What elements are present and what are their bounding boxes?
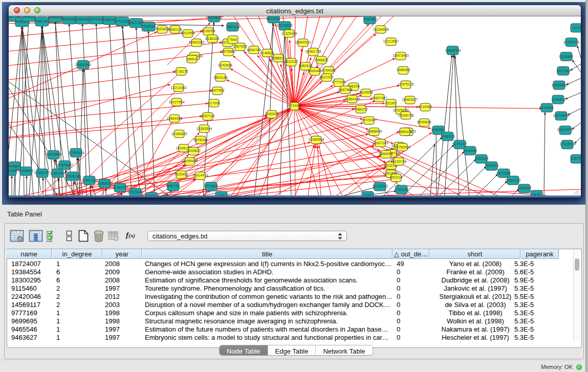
svg-text:1530027: 1530027 (265, 112, 278, 116)
svg-text:12505135: 12505135 (64, 174, 80, 178)
svg-text:9245652: 9245652 (517, 186, 531, 190)
svg-text:3875685: 3875685 (221, 50, 235, 53)
svg-text:2367608: 2367608 (233, 45, 247, 48)
svg-text:14099489: 14099489 (182, 159, 198, 163)
svg-text:8267115: 8267115 (201, 114, 215, 118)
svg-text:62160: 62160 (386, 101, 396, 105)
svg-text:7515526: 7515526 (141, 25, 155, 28)
svg-text:939159: 939159 (9, 169, 17, 172)
svg-text:7857224: 7857224 (226, 25, 239, 29)
svg-text:1621022: 1621022 (319, 75, 333, 79)
svg-text:16033809: 16033809 (206, 16, 222, 19)
svg-text:9884067: 9884067 (379, 152, 393, 156)
svg-text:18640910: 18640910 (295, 40, 311, 44)
svg-text:12093832: 12093832 (551, 83, 567, 87)
svg-text:7485063: 7485063 (396, 68, 410, 72)
svg-text:1904155: 1904155 (21, 16, 35, 18)
svg-text:16961758: 16961758 (305, 50, 321, 53)
svg-text:10923: 10923 (146, 194, 157, 195)
svg-text:98901: 98901 (187, 57, 197, 61)
svg-text:8186328: 8186328 (205, 37, 219, 40)
svg-text:7955812: 7955812 (314, 58, 328, 62)
svg-text:11176: 11176 (572, 26, 581, 30)
svg-text:19654985: 19654985 (166, 117, 182, 120)
svg-text:2087682: 2087682 (363, 17, 377, 21)
svg-text:16914479: 16914479 (192, 173, 208, 177)
svg-text:1244415: 1244415 (551, 98, 565, 101)
svg-text:18463627: 18463627 (402, 98, 418, 101)
svg-text:7763: 7763 (363, 193, 372, 195)
svg-text:10653287: 10653287 (74, 17, 90, 21)
svg-text:8215958: 8215958 (539, 106, 553, 110)
svg-text:18107554: 18107554 (168, 100, 184, 104)
svg-text:18907249: 18907249 (372, 141, 388, 145)
svg-text:20691406: 20691406 (34, 19, 50, 23)
svg-text:11451947: 11451947 (50, 171, 66, 175)
svg-text:19218506: 19218506 (276, 24, 292, 27)
svg-text:8099695: 8099695 (417, 120, 431, 124)
svg-text:5578334: 5578334 (193, 138, 207, 142)
svg-text:9146821: 9146821 (260, 51, 274, 55)
svg-text:8958905: 8958905 (48, 16, 62, 19)
svg-text:10607487: 10607487 (371, 96, 387, 100)
svg-text:15692971: 15692971 (557, 128, 573, 132)
svg-text:1362615: 1362615 (298, 64, 312, 68)
svg-text:1965423: 1965423 (398, 130, 411, 134)
svg-text:10958107: 10958107 (97, 182, 113, 185)
svg-text:3427552: 3427552 (210, 89, 224, 92)
svg-text:15751074: 15751074 (563, 40, 579, 44)
svg-text:8660124: 8660124 (168, 28, 182, 31)
svg-text:252214: 252214 (390, 176, 402, 179)
svg-text:2933114: 2933114 (475, 157, 489, 160)
svg-text:1588520: 1588520 (271, 56, 285, 60)
svg-text:1733426: 1733426 (394, 188, 408, 191)
svg-text:18120746: 18120746 (390, 160, 406, 163)
svg-text:317006: 317006 (208, 101, 220, 105)
svg-text:12213383: 12213383 (170, 86, 186, 90)
svg-text:9115460: 9115460 (419, 105, 432, 108)
svg-text:124: 124 (219, 193, 225, 195)
svg-text:10688609: 10688609 (366, 129, 382, 133)
svg-text:11923446: 11923446 (127, 190, 143, 194)
svg-text:16210643: 16210643 (553, 114, 569, 117)
svg-text:1527602: 1527602 (89, 17, 103, 21)
svg-text:9857791: 9857791 (166, 184, 180, 188)
svg-text:18724007: 18724007 (286, 104, 302, 107)
svg-text:10973493: 10973493 (393, 54, 408, 57)
svg-text:1640954: 1640954 (431, 128, 445, 132)
svg-text:9474444: 9474444 (463, 149, 476, 152)
svg-text:10975887: 10975887 (57, 163, 73, 167)
svg-text:12975125: 12975125 (398, 82, 413, 86)
svg-text:13495758: 13495758 (398, 114, 413, 117)
svg-text:8990448: 8990448 (308, 69, 321, 73)
svg-text:8813054: 8813054 (266, 17, 280, 20)
svg-text:3624554: 3624554 (359, 91, 373, 94)
svg-text:8454749: 8454749 (247, 48, 260, 52)
svg-text:2803144: 2803144 (213, 76, 227, 79)
svg-text:9329966: 9329966 (559, 55, 573, 58)
svg-text:10654122: 10654122 (505, 179, 520, 182)
svg-text:9474: 9474 (532, 193, 540, 195)
svg-text:7663822: 7663822 (155, 27, 169, 31)
svg-text:16543382: 16543382 (188, 40, 204, 44)
svg-text:1571644: 1571644 (204, 184, 217, 188)
svg-text:9227342: 9227342 (556, 69, 570, 73)
svg-text:3493822: 3493822 (186, 149, 200, 152)
svg-text:126753: 126753 (571, 157, 581, 160)
svg-text:7625402: 7625402 (174, 172, 188, 176)
svg-text:12213967: 12213967 (383, 39, 399, 43)
svg-text:17957225: 17957225 (81, 179, 97, 182)
svg-text:16782759: 16782759 (112, 186, 128, 189)
svg-text:17359924: 17359924 (68, 151, 84, 155)
svg-text:9794028: 9794028 (321, 69, 335, 72)
svg-text:6822037: 6822037 (284, 60, 298, 63)
svg-text:16648784: 16648784 (445, 49, 461, 52)
svg-text:8938923: 8938923 (441, 135, 454, 138)
svg-text:6497568: 6497568 (338, 88, 352, 92)
svg-text:7986372: 7986372 (354, 107, 367, 111)
svg-text:12342737: 12342737 (34, 171, 50, 174)
svg-text:19756928: 19756928 (394, 145, 410, 149)
svg-text:9777169: 9777169 (332, 80, 345, 84)
svg-text:17016504: 17016504 (559, 142, 575, 146)
svg-text:7632621: 7632621 (485, 164, 498, 167)
